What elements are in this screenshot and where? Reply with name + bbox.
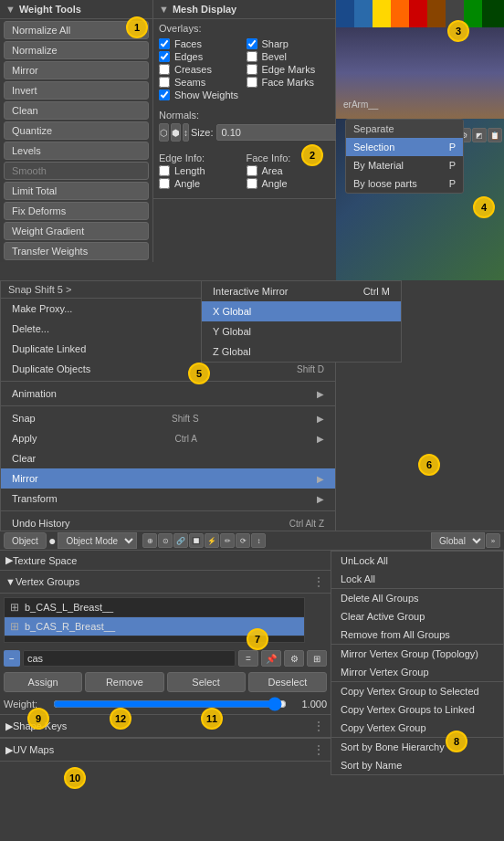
object-button[interactable]: Object [4, 532, 47, 549]
normal-icon-3[interactable]: ↕ [183, 123, 189, 142]
tool-btn-mirror[interactable]: Mirror [4, 61, 149, 79]
tool-btn-normalize[interactable]: Normalize [4, 41, 149, 59]
toolbar-icon-1[interactable]: ⊕ [142, 533, 157, 548]
angle-f-checkbox[interactable] [247, 178, 257, 189]
mesh-collapse-icon[interactable]: ▼ [159, 4, 169, 15]
toolbar-icon-6[interactable]: ✏ [220, 533, 235, 548]
separate-material-shortcut: P [449, 160, 456, 171]
y-global-mirror[interactable]: Y Global [202, 321, 401, 342]
tool-btn-weight-gradient[interactable]: Weight Gradient [4, 222, 149, 240]
separate-by-material[interactable]: By Material P [346, 156, 463, 174]
context-mirror[interactable]: Mirror ▶ [1, 468, 335, 489]
sort-by-name-item[interactable]: Sort by Name [331, 756, 503, 774]
interactive-mirror-shortcut: Ctrl M [363, 286, 390, 297]
collapse-icon[interactable]: ▼ [5, 4, 16, 15]
vg-item-1[interactable]: ⊞ b_CAS_L_Breast__ [5, 598, 304, 617]
show-weights-checkbox[interactable] [159, 89, 170, 100]
unlock-all-item[interactable]: UnLock All [331, 552, 503, 570]
z-global-mirror[interactable]: Z Global [202, 342, 401, 362]
tool-btn-quantize[interactable]: Quantize [4, 121, 149, 140]
vg-grid-btn[interactable]: ⊞ [307, 650, 327, 667]
toolbar-icon-7[interactable]: ⟳ [236, 533, 250, 548]
tool-btn-transfer-weights[interactable]: Transfer Weights [4, 242, 149, 260]
context-apply[interactable]: Apply Ctrl A ▶ [1, 428, 335, 448]
vg-content: ⊞ b_CAS_L_Breast__ ⊞ b_CAS_R_Breast__ + … [0, 594, 331, 647]
remove-btn[interactable]: Remove [85, 672, 163, 692]
faces-checkbox[interactable] [159, 38, 170, 49]
apply-label: Apply [12, 433, 37, 444]
face-marks-checkbox[interactable] [247, 77, 257, 88]
vg-pin-btn[interactable]: 📌 [261, 650, 281, 667]
annotation-11: 11 [201, 708, 223, 730]
tool-btn-smooth[interactable]: Smooth [4, 162, 149, 180]
context-animation[interactable]: Animation ▶ [1, 384, 335, 404]
remove-from-all-groups-item[interactable]: Remove from All Groups [331, 625, 503, 644]
seams-checkbox[interactable] [159, 77, 170, 88]
vg-more-icon[interactable]: ⋮ [312, 574, 325, 589]
bevel-checkbox[interactable] [247, 51, 257, 62]
tool-btn-invert[interactable]: Invert [4, 81, 149, 100]
toolbar-icon-4[interactable]: 🔲 [189, 533, 204, 548]
weight-slider[interactable] [53, 696, 287, 712]
viewport-icon-5[interactable]: ◩ [472, 128, 487, 142]
copy-vertex-group-item[interactable]: Copy Vertex Group [331, 719, 503, 737]
make-proxy-label: Make Proxy... [12, 303, 72, 314]
delete-all-groups-item[interactable]: Delete All Groups [331, 589, 503, 607]
mirror-topology-item[interactable]: Mirror Vertex Group (Topology) [331, 645, 503, 663]
sort-bone-hierarchy-item[interactable]: Sort by Bone Hierarchy [331, 738, 503, 756]
copy-to-linked-item[interactable]: Copy Vertex Groups to Linked [331, 700, 503, 719]
delete-label: Delete... [12, 323, 49, 334]
sharp-checkbox[interactable] [247, 38, 257, 49]
deselect-btn[interactable]: Deselect [248, 672, 327, 692]
assign-btn[interactable]: Assign [4, 672, 82, 692]
toolbar-icon-8[interactable]: ↕ [251, 533, 266, 548]
separate-selection[interactable]: Selection P [346, 138, 463, 156]
tool-btn-limit-total[interactable]: Limit Total [4, 182, 149, 200]
toolbar-icon-3[interactable]: 🔗 [173, 533, 188, 548]
scroll-right-icon[interactable]: » [486, 533, 500, 548]
separate-by-loose[interactable]: By loose parts P [346, 174, 463, 193]
clear-active-group-item[interactable]: Clear Active Group [331, 607, 503, 625]
size-input[interactable] [216, 124, 352, 141]
context-snap[interactable]: Snap Shift S ▶ [1, 408, 335, 428]
x-global-mirror[interactable]: X Global [202, 301, 401, 321]
annotation-4: 4 [473, 196, 495, 218]
creases-checkbox[interactable] [159, 64, 170, 75]
vg-search-icon-btn[interactable]: = [238, 650, 258, 667]
context-clear[interactable]: Clear [1, 448, 335, 468]
lock-all-item[interactable]: Lock All [331, 570, 503, 588]
shape-keys-header[interactable]: ▶ Shape Keys ⋮ [0, 714, 331, 738]
area-checkbox[interactable] [247, 165, 257, 176]
texture-collapse-icon: ▶ [5, 554, 13, 566]
edge-marks-checkbox[interactable] [247, 64, 257, 75]
tool-btn-clean[interactable]: Clean [4, 101, 149, 120]
edges-checkbox[interactable] [159, 51, 170, 62]
tool-btn-levels[interactable]: Levels [4, 142, 149, 160]
texture-space-header[interactable]: ▶ Texture Space [0, 551, 331, 571]
viewport-icon-6[interactable]: 📋 [488, 128, 502, 142]
normal-icon-2[interactable]: ⬢ [171, 123, 181, 142]
toolbar-icon-5[interactable]: ⚡ [205, 533, 219, 548]
global-select[interactable]: Global [431, 532, 485, 549]
length-checkbox[interactable] [159, 165, 170, 176]
object-mode-select[interactable]: Object Mode [58, 532, 137, 549]
uv-maps-more[interactable]: ⋮ [312, 742, 325, 757]
vg-collapse-icon[interactable]: ▼ [5, 576, 16, 587]
select-btn[interactable]: Select [167, 672, 246, 692]
vg-settings-btn[interactable]: ⚙ [284, 650, 304, 667]
interactive-mirror[interactable]: Interactive Mirror Ctrl M [202, 281, 401, 301]
uv-maps-header[interactable]: ▶ UV Maps ⋮ [0, 738, 331, 762]
angle-e-checkbox[interactable] [159, 178, 170, 189]
separate-menu: Separate Selection P By Material P By lo… [345, 119, 464, 194]
mirror-vertex-group-item[interactable]: Mirror Vertex Group [331, 663, 503, 681]
edges-label: Edges [174, 51, 203, 62]
mirror-submenu: Interactive Mirror Ctrl M X Global Y Glo… [201, 280, 402, 363]
context-transform[interactable]: Transform ▶ [1, 489, 335, 509]
shape-keys-more[interactable]: ⋮ [312, 719, 325, 733]
copy-to-selected-item[interactable]: Copy Vertex Group to Selected [331, 682, 503, 700]
tool-btn-fix-deforms[interactable]: Fix Deforms [4, 202, 149, 220]
normal-icon-1[interactable]: ⬡ [159, 123, 169, 142]
vg-search-input[interactable] [23, 650, 236, 667]
toolbar-icon-2[interactable]: ⊙ [158, 533, 173, 548]
dup-linked-label: Duplicate Linked [12, 343, 86, 354]
